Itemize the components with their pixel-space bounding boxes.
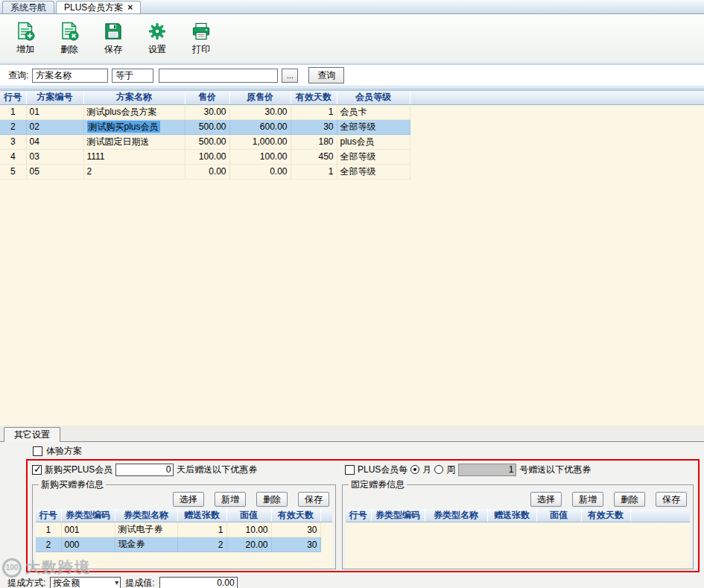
grid-cell[interactable]: 1 [177,522,226,537]
month-radio[interactable]: 月 [410,464,431,476]
column-header[interactable]: 行号 [36,509,61,522]
grid-cell[interactable]: 全部等级 [337,119,410,134]
grid-cell[interactable]: 测试购买plus会员 [83,119,185,134]
grid-cell[interactable]: 1,000.00 [229,134,291,149]
grid-cell[interactable]: 04 [26,134,83,149]
column-header[interactable]: 券类型名称 [425,509,487,522]
grid-cell[interactable]: 全部等级 [337,149,410,164]
add-button[interactable]: 新增 [572,492,603,507]
grid-cell[interactable]: 450 [291,149,337,164]
search-button[interactable]: 查询 [308,67,344,83]
grid-cell[interactable]: 180 [291,134,337,149]
table-row[interactable]: 1001测试电子券110.0030 [36,522,332,537]
new-purchase-checkbox[interactable]: 新购买PLUS会员 [32,464,112,476]
column-header[interactable]: 券类型编码 [371,509,425,522]
week-radio[interactable]: 周 [434,464,455,476]
save-button[interactable]: 保存 [656,492,687,507]
trial-plan-checkbox[interactable]: 体验方案 [33,445,704,457]
column-header[interactable]: 会员等级 [337,91,410,104]
grid-cell[interactable]: 2 [0,119,26,134]
save-button[interactable]: 保存 [298,492,329,507]
column-header[interactable]: 方案名称 [83,91,185,104]
query-operator-select[interactable]: 等于 [112,69,153,83]
table-row[interactable]: 2000现金券220.0030 [36,537,332,552]
grid-cell[interactable]: 现金券 [115,537,177,552]
grid-cell[interactable]: 20.00 [226,537,271,552]
grid-cell[interactable]: 01 [26,104,83,119]
add-button[interactable]: 增加 [7,17,44,60]
query-field-input[interactable]: 方案名称 [32,69,108,83]
print-button[interactable]: 打印 [183,17,220,60]
grid-cell[interactable]: 0.00 [229,164,291,179]
grid-cell[interactable]: 4 [0,149,26,164]
grid-cell[interactable]: 10.00 [226,522,271,537]
grid-cell[interactable]: 100.00 [229,149,291,164]
column-header[interactable]: 券类型编码 [61,509,115,522]
tab-system-navigation[interactable]: 系统导航 [2,1,54,13]
tab-other-settings[interactable]: 其它设置 [4,427,60,442]
grid-cell[interactable]: 2 [177,537,226,552]
grid-cell[interactable]: 1 [0,104,26,119]
column-header[interactable]: 赠送张数 [487,509,536,522]
grid-cell[interactable]: 500.00 [185,134,229,149]
grid-cell[interactable]: 3 [0,134,26,149]
grid-cell[interactable]: 000 [61,537,115,552]
grid-cell[interactable]: 测试固定日期送 [83,134,185,149]
grid-cell[interactable]: 02 [26,119,83,134]
commission-method-select[interactable]: 按金额 [50,577,121,588]
column-header[interactable]: 面值 [226,509,271,522]
grid-cell[interactable]: 100.00 [185,149,229,164]
select-button[interactable]: 选择 [530,492,562,507]
grid-cell[interactable]: 1 [36,522,61,537]
grid-cell[interactable]: 5 [0,164,26,179]
add-button[interactable]: 新增 [215,492,246,507]
grid-cell[interactable]: 30 [291,119,337,134]
column-header[interactable]: 售价 [185,91,229,104]
grid-cell[interactable]: 001 [61,522,115,537]
grid-cell[interactable]: 03 [26,149,83,164]
table-row[interactable]: 4031111100.00100.00450全部等级 [0,149,704,164]
grid-cell[interactable]: 会员卡 [337,104,410,119]
grid-cell[interactable]: 600.00 [229,119,291,134]
grid-cell[interactable]: 1 [291,104,337,119]
column-header[interactable]: 面值 [536,509,581,522]
day-of-month-input[interactable]: 1 [458,464,516,476]
select-button[interactable]: 选择 [173,492,204,507]
grid-cell[interactable]: 0.00 [185,164,229,179]
column-header[interactable]: 有效天数 [271,509,320,522]
grid-cell[interactable]: 30.00 [229,104,291,119]
column-header[interactable]: 有效天数 [291,91,337,104]
grid-cell[interactable]: 全部等级 [337,164,410,179]
grid-cell[interactable]: 1111 [83,149,185,164]
column-header[interactable]: 赠送张数 [177,509,226,522]
grid-cell[interactable]: 2 [36,537,61,552]
grid-cell[interactable]: 30.00 [185,104,229,119]
query-value-input[interactable] [159,69,278,83]
table-row[interactable]: 50520.000.001全部等级 [0,164,704,179]
settings-button[interactable]: 设置 [139,17,176,60]
delete-button[interactable]: 删除 [51,17,88,60]
commission-value-input[interactable]: 0.00 [159,577,238,588]
column-header[interactable]: 有效天数 [581,509,630,522]
column-header[interactable]: 券类型名称 [115,509,177,522]
grid-cell[interactable]: 测试plus会员方案 [83,104,185,119]
grid-cell[interactable]: 30 [271,522,320,537]
grid-cell[interactable]: 1 [291,164,337,179]
grid-cell[interactable]: 2 [83,164,185,179]
grid-cell[interactable]: 测试电子券 [115,522,177,537]
tab-plus-membership-plan[interactable]: PLUS会员方案 × [56,1,141,13]
column-header[interactable]: 行号 [0,91,26,104]
save-button[interactable]: 保存 [95,17,132,60]
column-header[interactable]: 方案编号 [26,91,83,104]
column-header[interactable]: 行号 [346,509,371,522]
browse-button[interactable]: ... [282,69,298,83]
plus-member-every-checkbox[interactable]: PLUS会员每 [345,464,408,476]
grid-cell[interactable]: 30 [271,537,320,552]
table-row[interactable]: 202测试购买plus会员500.00600.0030全部等级 [0,119,704,134]
days-after-input[interactable]: 0 [115,464,174,476]
column-header[interactable]: 原售价 [229,91,291,104]
table-row[interactable]: 304测试固定日期送500.001,000.00180plus会员 [0,134,704,149]
delete-button[interactable]: 删除 [256,492,288,507]
table-row[interactable]: 101测试plus会员方案30.0030.001会员卡 [0,104,704,119]
grid-cell[interactable]: plus会员 [337,134,410,149]
